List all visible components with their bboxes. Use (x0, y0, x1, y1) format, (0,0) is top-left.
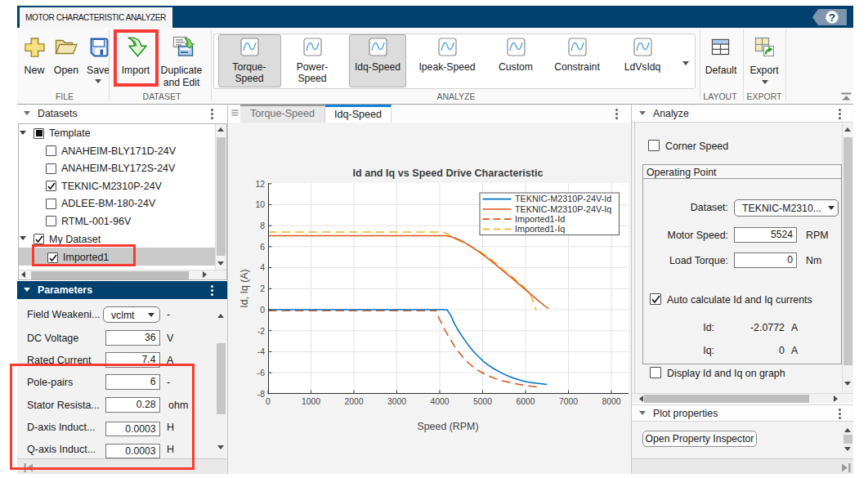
svg-text:TEKNIC-M2310P-24V-Iq: TEKNIC-M2310P-24V-Iq (515, 204, 611, 214)
svg-text:2000: 2000 (344, 397, 363, 406)
svg-text:-2: -2 (257, 327, 265, 336)
svg-text:Imported1-Id: Imported1-Id (515, 214, 565, 224)
svg-text:4000: 4000 (430, 397, 449, 406)
svg-text:?: ? (829, 11, 835, 24)
svg-text:8: 8 (260, 221, 265, 230)
svg-text:0: 0 (260, 306, 265, 315)
svg-text:TEKNIC-M2310P-24V-Id: TEKNIC-M2310P-24V-Id (515, 194, 611, 203)
svg-text:Id, Iq (A): Id, Iq (A) (239, 269, 250, 308)
svg-text:2: 2 (260, 284, 265, 293)
svg-text:-8: -8 (257, 390, 265, 399)
svg-text:Id and Iq vs Speed Drive Chara: Id and Iq vs Speed Drive Characteristic (352, 168, 543, 179)
svg-text:Speed (RPM): Speed (RPM) (417, 421, 478, 432)
svg-text:Imported1-Iq: Imported1-Iq (515, 224, 565, 234)
svg-text:-6: -6 (257, 369, 265, 377)
svg-text:12: 12 (255, 180, 265, 189)
svg-text:8000: 8000 (602, 397, 620, 406)
svg-text:5000: 5000 (473, 397, 492, 406)
svg-text:1000: 1000 (302, 397, 320, 406)
svg-text:6000: 6000 (516, 397, 535, 406)
svg-text:0: 0 (266, 397, 271, 406)
svg-text:-4: -4 (257, 347, 265, 356)
svg-text:3000: 3000 (387, 397, 406, 406)
svg-text:7000: 7000 (559, 397, 578, 406)
svg-text:4: 4 (260, 263, 265, 272)
svg-text:10: 10 (255, 200, 265, 209)
svg-text:6: 6 (260, 243, 265, 252)
